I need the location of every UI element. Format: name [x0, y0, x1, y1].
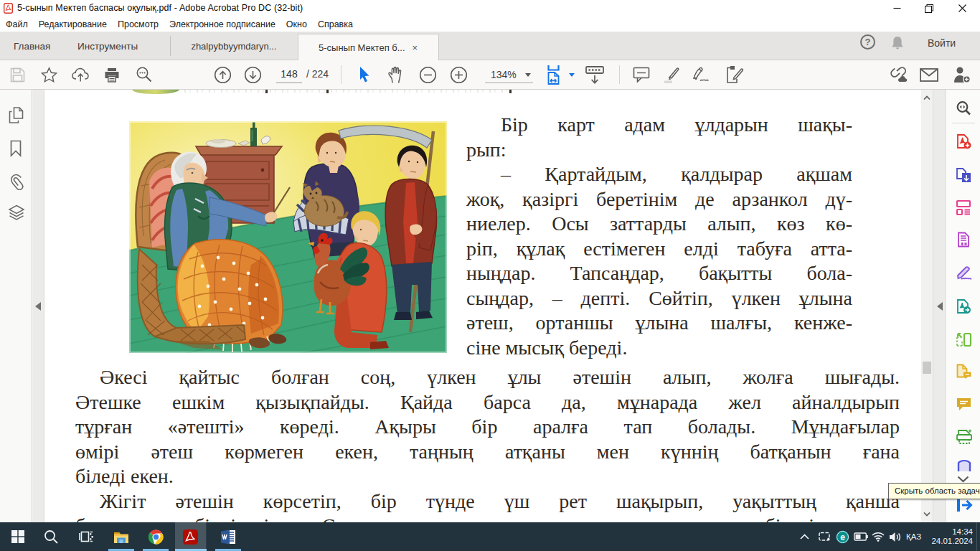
comment-icon[interactable] — [956, 397, 972, 413]
bookmarks-icon[interactable] — [8, 140, 24, 157]
search-zoom-button[interactable] — [132, 60, 156, 89]
left-panel-collapse-strip[interactable] — [32, 90, 44, 522]
volume-tray-button[interactable] — [889, 522, 902, 551]
sign-button[interactable] — [689, 60, 713, 89]
edit-pdf-icon[interactable] — [956, 199, 971, 215]
show-desktop-button[interactable] — [976, 522, 980, 551]
zoom-level-dropdown[interactable]: 134% — [485, 67, 533, 83]
fill-sign-button[interactable] — [722, 60, 748, 89]
previous-page-button[interactable] — [211, 60, 235, 89]
next-page-button[interactable] — [241, 60, 265, 89]
scan-ocr-icon[interactable] — [956, 428, 973, 445]
save-button[interactable] — [6, 60, 29, 89]
save-icon — [10, 67, 25, 83]
tab-home[interactable]: Главная — [14, 32, 50, 60]
star-button[interactable] — [37, 60, 60, 89]
close-icon — [958, 4, 966, 12]
help-icon[interactable]: ? — [860, 34, 875, 50]
send-review-icon[interactable] — [956, 298, 971, 314]
notification-bell-icon[interactable] — [890, 34, 905, 52]
more-tools-chevron-icon[interactable] — [957, 476, 969, 483]
menu-view[interactable]: Просмотр — [118, 19, 159, 29]
snip-tray-button[interactable] — [819, 522, 831, 551]
language-indicator[interactable]: ҚАЗ — [906, 522, 921, 551]
text-line: әтеш, ортаншы ұлына шалғы, кенже- — [466, 311, 852, 336]
fit-width-button[interactable] — [546, 60, 567, 89]
collapse-left-arrow-icon — [35, 302, 41, 311]
tab-band: Главная Инструменты zhalpybbyymdaryn... — [0, 32, 980, 60]
scrollbar-thumb[interactable] — [923, 362, 931, 374]
task-view-button[interactable] — [70, 522, 102, 551]
right-panel-collapse-strip[interactable] — [933, 90, 946, 522]
text-line: жоқ, қазіргі беретінім де арзанкол дү- — [466, 187, 852, 212]
top-cut-text-mark — [509, 90, 512, 93]
print-button[interactable] — [100, 60, 123, 89]
menu-window[interactable]: Окно — [286, 19, 307, 29]
title-bar: 5-сынып Мектеп баспасы оқулық.pdf - Adob… — [0, 0, 980, 17]
sign-in-button[interactable]: Войти — [928, 37, 956, 49]
word-button[interactable] — [212, 522, 244, 551]
hand-tool-button[interactable] — [383, 60, 407, 89]
menu-help[interactable]: Справка — [318, 19, 353, 29]
page-thumbnails-icon[interactable] — [8, 107, 24, 123]
organize-pages-icon[interactable] — [956, 232, 971, 248]
combine-files-icon[interactable] — [956, 364, 972, 380]
menu-edit[interactable]: Редактирование — [39, 19, 107, 29]
chrome-button[interactable] — [140, 522, 171, 551]
tab-tools[interactable]: Инструменты — [77, 32, 138, 60]
search-icon[interactable] — [956, 100, 971, 116]
hand-icon — [387, 66, 404, 84]
toolbar-strip-icon — [585, 65, 604, 85]
export-pdf-icon[interactable] — [956, 167, 971, 183]
start-button[interactable] — [2, 522, 34, 551]
toolbar-strip-button[interactable] — [582, 60, 608, 89]
sign-pen-icon — [692, 66, 711, 83]
text-line: рып: — [466, 138, 852, 163]
share-link-button[interactable] — [886, 60, 910, 89]
layers-icon[interactable] — [8, 204, 25, 221]
acrobat-button[interactable] — [175, 522, 207, 551]
share-button[interactable] — [69, 60, 92, 89]
file-explorer-button[interactable] — [105, 522, 137, 551]
tab-doc-active[interactable]: 5-сынып Мектеп б... × — [298, 34, 439, 60]
protect-icon[interactable] — [956, 457, 973, 473]
scroll-up-icon[interactable] — [923, 95, 930, 100]
clock[interactable]: 14:34 24.01.2024 — [931, 527, 973, 546]
fill-sign-panel-icon[interactable] — [956, 265, 973, 281]
text-line: өмірі әтеш көрмеген екен, таңның атқаны … — [75, 440, 900, 465]
menu-esign[interactable]: Электронное подписание — [169, 19, 275, 29]
document-area: Бір карт адам ұлдарын шақы- рып: – Қарта… — [0, 90, 980, 522]
attachments-icon[interactable] — [8, 173, 24, 190]
close-button[interactable] — [950, 0, 974, 17]
restore-button[interactable] — [917, 0, 941, 17]
eset-tray-button[interactable]: e — [836, 522, 849, 551]
text-line: Жігіт әтешін көрсетіп, бір түнде үш рет … — [75, 489, 900, 514]
hide-panel-icon[interactable] — [956, 497, 973, 513]
minimize-button[interactable] — [885, 0, 909, 17]
battery-tray-button[interactable] — [854, 522, 868, 551]
wifi-tray-button[interactable] — [872, 522, 885, 551]
crop-pages-icon[interactable] — [956, 331, 972, 347]
create-pdf-icon[interactable] — [956, 133, 971, 149]
star-icon — [41, 67, 57, 83]
send-mail-button[interactable] — [917, 60, 941, 89]
comment-button[interactable] — [629, 60, 653, 89]
page-number-input[interactable]: 148 — [276, 66, 302, 83]
tray-expand-button[interactable] — [800, 522, 809, 551]
tab-doc-1[interactable]: zhalpybbyymdaryn... — [171, 32, 297, 60]
text-line: – Қартайдым, қалдырар ақшам — [466, 162, 852, 187]
window-title: 5-сынып Мектеп баспасы оқулық.pdf - Adob… — [17, 3, 303, 13]
scroll-down-icon[interactable] — [923, 512, 930, 517]
comment-bubble-icon — [633, 67, 650, 83]
zoom-out-button[interactable] — [416, 60, 440, 89]
highlight-button[interactable] — [659, 60, 683, 89]
zoom-in-button[interactable] — [447, 60, 471, 89]
vertical-scrollbar[interactable] — [921, 90, 933, 522]
fit-width-caret[interactable] — [567, 60, 577, 89]
select-tool-button[interactable] — [352, 60, 376, 89]
add-person-button[interactable] — [948, 60, 974, 89]
menu-file[interactable]: Файл — [6, 19, 28, 29]
tab-close-icon[interactable]: × — [413, 42, 418, 53]
search-button[interactable] — [35, 522, 67, 551]
wifi-icon — [872, 532, 885, 542]
